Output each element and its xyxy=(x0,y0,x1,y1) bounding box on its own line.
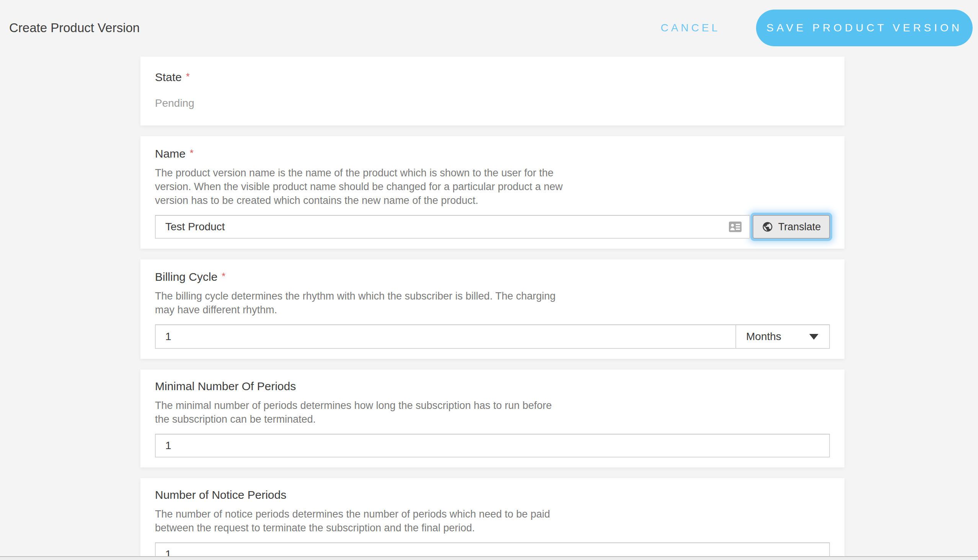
chevron-down-icon xyxy=(809,334,818,340)
billing-cycle-label: Billing Cycle xyxy=(155,270,217,283)
minimal-periods-section: Minimal Number Of Periods The minimal nu… xyxy=(140,370,844,467)
notice-periods-label-row: Number of Notice Periods xyxy=(155,488,830,502)
minimal-periods-label-row: Minimal Number Of Periods xyxy=(155,380,830,393)
required-asterisk: * xyxy=(190,148,194,158)
name-section: Name* The product version name is the na… xyxy=(140,136,844,248)
billing-cycle-label-row: Billing Cycle* xyxy=(155,269,830,284)
state-label: State xyxy=(155,71,182,83)
form-content: State* Pending Name* The product version… xyxy=(0,56,978,560)
name-label-row: Name* xyxy=(155,146,830,161)
billing-cycle-description: The billing cycle determines the rhythm … xyxy=(155,289,830,317)
header-actions: CANCEL SAVE PRODUCT VERSION xyxy=(655,10,973,46)
name-input[interactable] xyxy=(155,215,750,239)
minimal-periods-input-row xyxy=(155,434,830,457)
globe-icon xyxy=(762,221,773,233)
state-value: Pending xyxy=(155,97,830,109)
bottom-scrollbar-track[interactable] xyxy=(0,556,978,560)
notice-periods-description: The number of notice periods determines … xyxy=(155,507,830,535)
required-asterisk: * xyxy=(222,271,225,282)
save-product-version-button[interactable]: SAVE PRODUCT VERSION xyxy=(756,10,973,46)
billing-cycle-unit-select[interactable]: Months xyxy=(735,325,829,348)
billing-cycle-unit-value: Months xyxy=(746,330,781,343)
cancel-button[interactable]: CANCEL xyxy=(655,18,726,38)
page-title: Create Product Version xyxy=(9,21,140,35)
translate-button-label: Translate xyxy=(778,221,821,233)
name-description: The product version name is the name of … xyxy=(155,166,830,207)
notice-periods-label: Number of Notice Periods xyxy=(155,488,286,501)
billing-cycle-section: Billing Cycle* The billing cycle determi… xyxy=(140,259,844,359)
notice-periods-section: Number of Notice Periods The number of n… xyxy=(140,478,844,560)
minimal-periods-label: Minimal Number Of Periods xyxy=(155,380,296,392)
state-label-row: State* xyxy=(155,70,830,84)
billing-cycle-input[interactable] xyxy=(156,325,735,348)
name-input-wrap xyxy=(155,215,750,239)
state-section: State* Pending xyxy=(140,57,844,125)
billing-cycle-input-group: Months xyxy=(155,324,830,349)
name-input-row: Translate xyxy=(155,215,830,239)
minimal-periods-description: The minimal number of periods determines… xyxy=(155,398,830,426)
page-header: Create Product Version CANCEL SAVE PRODU… xyxy=(0,0,978,56)
translate-button[interactable]: Translate xyxy=(753,215,830,239)
required-asterisk: * xyxy=(186,71,190,82)
name-label: Name xyxy=(155,147,185,160)
minimal-periods-input[interactable] xyxy=(155,434,830,457)
